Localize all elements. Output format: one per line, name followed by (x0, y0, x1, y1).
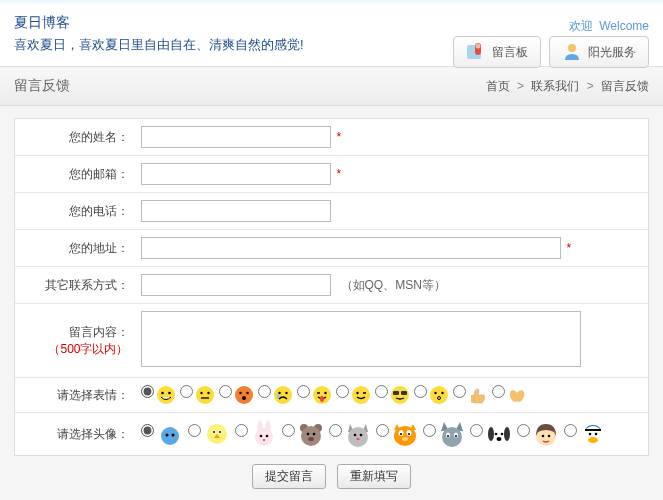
avatar-options (141, 420, 643, 448)
emoji-radio-cool[interactable] (375, 385, 388, 398)
avatar-radio-bear[interactable] (282, 424, 295, 437)
svg-point-48 (263, 439, 265, 441)
emoji-radio-applause[interactable] (492, 385, 505, 398)
avatar-cat-icon (344, 420, 372, 448)
svg-point-21 (324, 392, 326, 394)
svg-point-35 (165, 434, 168, 437)
svg-point-87 (588, 433, 591, 436)
svg-point-8 (200, 392, 202, 394)
sunservice-button[interactable]: 阳光服务 (549, 36, 649, 68)
emoji-radio-cry[interactable] (258, 385, 271, 398)
breadcrumb-home[interactable]: 首页 (486, 79, 510, 93)
svg-point-9 (207, 392, 209, 394)
content-textarea[interactable] (141, 311, 581, 367)
avatar-radio-girl[interactable] (517, 424, 530, 437)
svg-point-29 (434, 392, 436, 394)
msgboard-button[interactable]: 留言板 (453, 36, 541, 68)
avatar-radio-dog[interactable] (470, 424, 483, 437)
submit-button[interactable]: 提交留言 (252, 464, 326, 489)
avatar-radio-garfield[interactable] (376, 424, 389, 437)
svg-point-5 (161, 392, 164, 395)
emoji-plain-icon (195, 385, 215, 405)
emoji-radio-wink[interactable] (336, 385, 349, 398)
avatar-dog-icon (485, 420, 513, 448)
email-input[interactable] (141, 163, 331, 185)
breadcrumb-contact[interactable]: 联系我们 (531, 79, 579, 93)
avatar-bird-icon (203, 420, 231, 448)
avatar-radio-cat[interactable] (329, 424, 342, 437)
svg-point-30 (441, 392, 443, 394)
avatar-bunny-icon (250, 420, 278, 448)
svg-point-17 (285, 392, 287, 394)
svg-point-46 (259, 435, 262, 438)
welcome-text: 欢迎Welcome (569, 18, 649, 35)
msgboard-icon (466, 42, 486, 62)
avatar-radio-smurf[interactable] (141, 424, 154, 437)
svg-point-40 (213, 431, 215, 433)
emoji-wink-icon (351, 385, 371, 405)
addr-input[interactable] (141, 237, 561, 259)
emoji-radio-plain[interactable] (180, 385, 193, 398)
avatar-girl-icon (532, 420, 560, 448)
svg-marker-62 (394, 424, 400, 430)
svg-point-88 (594, 433, 597, 436)
content-label: 留言内容： （500字以内） (15, 304, 135, 378)
svg-point-23 (352, 386, 370, 404)
name-input[interactable] (141, 126, 331, 148)
emoji-label: 请选择表情： (15, 378, 135, 413)
email-label: 您的邮箱： (15, 156, 135, 193)
svg-point-81 (496, 437, 501, 441)
svg-point-41 (219, 431, 221, 433)
svg-point-4 (157, 386, 175, 404)
svg-point-34 (161, 427, 179, 445)
phone-label: 您的电话： (15, 193, 135, 230)
avatar-radio-tom[interactable] (423, 424, 436, 437)
emoji-radio-thumb[interactable] (453, 385, 466, 398)
svg-point-45 (255, 428, 273, 446)
svg-point-89 (588, 437, 598, 443)
page-title: 留言反馈 (14, 77, 70, 95)
svg-point-47 (265, 435, 268, 438)
emoji-applause-icon (507, 385, 527, 405)
sunservice-icon (562, 42, 582, 62)
avatar-radio-bunny[interactable] (235, 424, 248, 437)
emoji-cool-icon (390, 385, 410, 405)
svg-point-58 (353, 434, 356, 437)
svg-point-78 (504, 427, 510, 441)
emoji-grin-icon (156, 385, 176, 405)
svg-point-12 (239, 392, 241, 394)
emoji-tongue-icon (312, 385, 332, 405)
emoji-radio-blow[interactable] (219, 385, 232, 398)
svg-point-68 (402, 437, 408, 441)
avatar-bear-icon (297, 420, 325, 448)
svg-point-24 (356, 392, 358, 394)
avatar-radio-bird[interactable] (188, 424, 201, 437)
emoji-blow-icon (234, 385, 254, 405)
svg-point-71 (442, 427, 462, 447)
avatar-radio-donald[interactable] (564, 424, 577, 437)
avatar-tom-icon (438, 420, 466, 448)
site-title: 夏日博客 (14, 14, 649, 32)
svg-point-66 (400, 433, 402, 435)
emoji-radio-think[interactable] (414, 385, 427, 398)
other-input[interactable] (141, 274, 331, 296)
avatar-donald-icon (579, 420, 607, 448)
breadcrumb-current: 留言反馈 (601, 79, 649, 93)
name-label: 您的姓名： (15, 119, 135, 156)
svg-point-54 (308, 437, 314, 441)
svg-point-3 (568, 44, 576, 52)
svg-point-80 (500, 433, 503, 436)
svg-point-75 (455, 435, 457, 437)
svg-point-84 (547, 435, 550, 438)
emoji-radio-tongue[interactable] (297, 385, 310, 398)
emoji-cry-icon (273, 385, 293, 405)
emoji-radio-grin[interactable] (141, 385, 154, 398)
svg-point-22 (320, 396, 324, 402)
svg-rect-86 (585, 429, 601, 431)
svg-point-77 (488, 427, 494, 441)
svg-rect-26 (393, 391, 399, 395)
addr-label: 您的地址： (15, 230, 135, 267)
svg-point-7 (196, 386, 214, 404)
phone-input[interactable] (141, 200, 331, 222)
reset-button[interactable]: 重新填写 (337, 464, 411, 489)
